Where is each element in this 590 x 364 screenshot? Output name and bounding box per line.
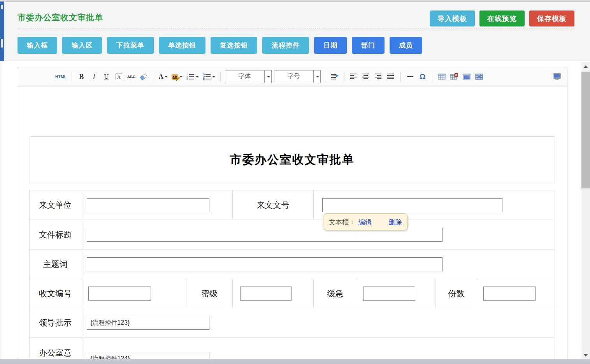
vertical-scrollbar[interactable] xyxy=(581,62,590,359)
widget-button-flow-control[interactable]: 流程控件 xyxy=(262,37,309,54)
fenshu-input[interactable] xyxy=(483,287,536,301)
app-window: 市委办公室收文审批单 导入模板 在线预览 保存模板 输入框 输入区 下拉菜单 单… xyxy=(0,0,590,364)
font-color-icon: A xyxy=(158,73,163,81)
widget-button-checkbox[interactable]: 复选按钮 xyxy=(211,37,257,54)
editor-body[interactable]: 市委办公室收文审批单 来文单位 来文文号 文件标题 xyxy=(17,86,567,359)
field-label-lingdao-pishi: 领导批示 xyxy=(30,308,81,338)
align-center-button[interactable] xyxy=(361,71,371,82)
paragraph-indent-button[interactable] xyxy=(330,71,340,82)
content-area: HTML B I U A ABC A xyxy=(0,61,581,359)
omega-icon: Ω xyxy=(420,72,425,81)
strikethrough-icon: ABC xyxy=(127,75,135,79)
field-label-wenjian-biaoti: 文件标题 xyxy=(30,220,81,250)
chevron-down-icon xyxy=(196,76,199,77)
highlight-color-button[interactable]: ab xyxy=(171,71,183,82)
huanji-input[interactable] xyxy=(363,287,415,301)
align-center-icon xyxy=(362,73,370,80)
field-label-laiwen-danwei: 来文单位 xyxy=(30,190,81,220)
field-cell xyxy=(81,338,555,360)
cell-properties-icon xyxy=(475,73,483,80)
font-family-select-value: 字体 xyxy=(225,70,264,83)
font-color-button[interactable]: A xyxy=(158,71,168,82)
align-justify-button[interactable] xyxy=(386,71,396,82)
insert-table-button[interactable] xyxy=(437,71,447,82)
field-cell xyxy=(81,190,233,220)
toolbar-separator xyxy=(400,72,401,82)
miji-input[interactable] xyxy=(240,287,291,301)
svg-text:3: 3 xyxy=(186,78,188,80)
save-template-button[interactable]: 保存模板 xyxy=(529,11,574,26)
font-size-select-value: 字号 xyxy=(274,70,313,83)
lingdao-pishi-input[interactable] xyxy=(87,316,209,330)
left-edge-panel-tab[interactable] xyxy=(0,2,4,61)
special-character-button[interactable]: Ω xyxy=(418,71,428,82)
widget-button-radio[interactable]: 单选按钮 xyxy=(159,37,205,54)
table-properties-button[interactable] xyxy=(462,71,472,82)
edit-link[interactable]: 编辑 xyxy=(358,218,372,227)
bottom-edge-bar xyxy=(0,359,590,364)
delete-link[interactable]: 删除 xyxy=(389,218,402,227)
html-source-button[interactable]: HTML xyxy=(54,71,67,82)
scrollbar-thumb[interactable] xyxy=(581,72,590,188)
form-title-box: 市委办公室收文审批单 xyxy=(30,136,555,183)
highlight-color-icon: ab xyxy=(172,74,178,80)
align-justify-icon xyxy=(387,73,395,80)
toolbar-separator xyxy=(220,72,221,82)
underline-button[interactable]: U xyxy=(101,71,111,82)
widget-button-input-box[interactable]: 输入框 xyxy=(18,37,57,54)
table-row: 领导批示 xyxy=(30,308,555,338)
font-frame-button[interactable]: A xyxy=(114,71,124,82)
table-row: 办公室意见 xyxy=(30,338,555,360)
toolbar-separator xyxy=(432,72,432,82)
eraser-icon xyxy=(139,73,148,81)
widget-button-member[interactable]: 成员 xyxy=(390,37,422,54)
rich-text-editor: HTML B I U A ABC A xyxy=(17,67,567,359)
unordered-list-button[interactable] xyxy=(202,71,216,82)
field-label-fenshu: 份数 xyxy=(436,279,477,308)
font-family-select-arrow[interactable] xyxy=(264,70,271,83)
top-edge-strip xyxy=(0,0,590,2)
bangongshi-yijian-input[interactable] xyxy=(87,352,209,360)
font-family-select[interactable]: 字体 xyxy=(225,70,272,83)
laiwen-danwei-input[interactable] xyxy=(87,198,209,212)
fullscreen-button[interactable] xyxy=(551,71,562,82)
dashed-divider xyxy=(18,28,574,28)
toolbar-separator xyxy=(72,72,72,82)
delete-table-button[interactable] xyxy=(449,71,459,82)
widget-button-textarea[interactable]: 输入区 xyxy=(62,37,102,54)
widget-button-dropdown[interactable]: 下拉菜单 xyxy=(107,37,154,54)
font-size-select-arrow[interactable] xyxy=(313,70,320,83)
remove-format-button[interactable] xyxy=(139,71,149,82)
editor-toolbar: HTML B I U A ABC A xyxy=(17,67,567,86)
form-table: 来文单位 来文文号 文件标题 主题词 收文编号 xyxy=(29,190,555,359)
bold-button[interactable]: B xyxy=(76,71,86,82)
italic-button[interactable]: I xyxy=(89,71,99,82)
widget-button-date[interactable]: 日期 xyxy=(314,37,347,54)
toolbar-separator xyxy=(325,72,325,82)
align-left-icon xyxy=(350,73,358,80)
paragraph-indent-icon xyxy=(331,73,339,80)
triangle-down-icon xyxy=(583,354,588,357)
scroll-down-arrow[interactable] xyxy=(581,352,590,359)
insert-table-icon xyxy=(438,73,446,80)
online-preview-button[interactable]: 在线预览 xyxy=(479,11,525,26)
import-template-button[interactable]: 导入模板 xyxy=(430,11,475,26)
font-size-select[interactable]: 字号 xyxy=(274,70,321,83)
italic-icon: I xyxy=(93,73,95,81)
scroll-up-arrow[interactable] xyxy=(581,63,590,70)
ordered-list-button[interactable]: 1 2 3 xyxy=(186,71,200,82)
field-cell xyxy=(81,250,555,279)
horizontal-rule-button[interactable] xyxy=(405,71,415,82)
align-right-icon xyxy=(375,73,383,80)
field-label-miji: 密级 xyxy=(186,279,233,308)
align-left-button[interactable] xyxy=(349,71,359,82)
zhutici-input[interactable] xyxy=(87,257,442,271)
align-right-button[interactable] xyxy=(374,71,384,82)
strikethrough-button[interactable]: ABC xyxy=(126,71,136,82)
widget-button-department[interactable]: 部门 xyxy=(352,37,385,54)
cell-properties-button[interactable] xyxy=(474,71,484,82)
table-row: 来文单位 来文文号 xyxy=(30,190,555,220)
shouwen-bianhao-input[interactable] xyxy=(88,287,151,301)
laiwen-wenhao-input[interactable] xyxy=(322,198,502,212)
left-tab-glyph-fragment xyxy=(1,5,3,9)
